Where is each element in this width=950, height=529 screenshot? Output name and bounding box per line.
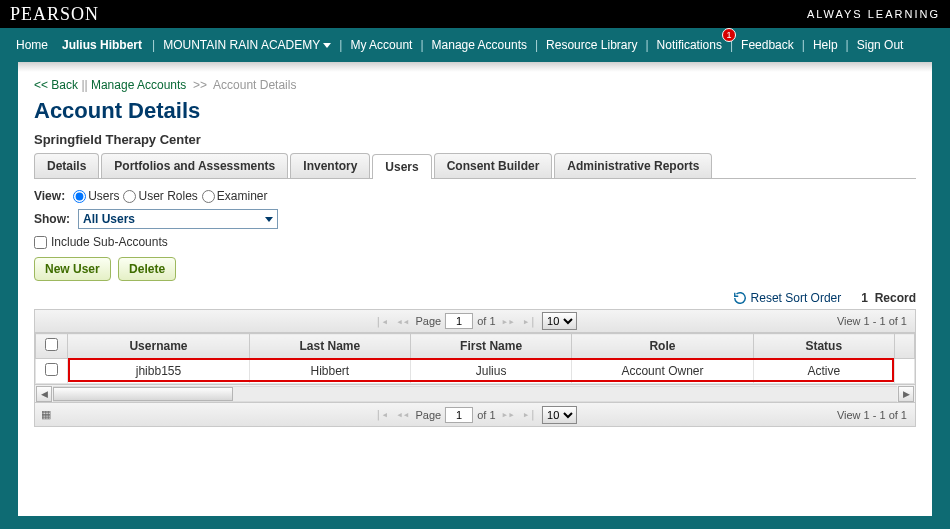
tab-details[interactable]: Details — [34, 153, 99, 178]
delete-button[interactable]: Delete — [118, 257, 176, 281]
nav-divider: | — [643, 38, 650, 52]
grid-options-icon[interactable]: ▦ — [35, 408, 51, 421]
record-count-label: Record — [875, 291, 916, 305]
page-title: Account Details — [34, 98, 916, 124]
row-checkbox[interactable] — [45, 363, 58, 376]
crumb-sep: || — [81, 78, 87, 92]
chevron-down-icon — [323, 43, 331, 48]
nav-sign-out[interactable]: Sign Out — [851, 38, 910, 52]
nav-divider: | — [844, 38, 851, 52]
table-row[interactable]: jhibb155 Hibbert Julius Account Owner Ac… — [36, 359, 915, 384]
pager-page-input[interactable] — [445, 407, 473, 423]
record-count: 1 Record — [861, 291, 916, 305]
view-filter-row: View: Users User Roles Examiner — [34, 189, 916, 203]
cell-first-name: Julius — [410, 359, 571, 384]
nav-divider: | — [150, 38, 157, 52]
col-first-name[interactable]: First Name — [410, 334, 571, 359]
nav-divider: | — [800, 38, 807, 52]
view-radio-examiner[interactable] — [202, 190, 215, 203]
pager-last-icon[interactable]: ▸| — [521, 408, 538, 421]
brand-tagline: ALWAYS LEARNING — [807, 8, 940, 20]
main-panel: << Back || Manage Accounts >> Account De… — [18, 62, 932, 516]
crumb-current: Account Details — [213, 78, 296, 92]
tab-inventory[interactable]: Inventory — [290, 153, 370, 178]
col-last-name[interactable]: Last Name — [249, 334, 410, 359]
refresh-icon — [733, 291, 747, 305]
breadcrumb: << Back || Manage Accounts >> Account De… — [34, 78, 916, 92]
pager-page-label: Page — [415, 315, 441, 327]
nav-my-account[interactable]: My Account — [344, 38, 418, 52]
include-sub-label: Include Sub-Accounts — [51, 235, 168, 249]
pager-of-label: of 1 — [477, 409, 495, 421]
pager-page-input[interactable] — [445, 313, 473, 329]
record-count-number: 1 — [861, 291, 868, 305]
pager-pagesize-select[interactable]: 10 — [542, 406, 577, 424]
nav-current-user: Julius Hibbert — [54, 38, 150, 52]
pager-of-label: of 1 — [477, 315, 495, 327]
top-nav: Home Julius Hibbert | MOUNTAIN RAIN ACAD… — [0, 28, 950, 62]
horizontal-scrollbar[interactable]: ◀ ▶ — [34, 385, 916, 403]
users-grid: |◂ ◂◂ Page of 1 ▸▸ ▸| 10 View 1 - 1 of 1 — [34, 309, 916, 427]
col-status[interactable]: Status — [753, 334, 894, 359]
pager-view-range: View 1 - 1 of 1 — [837, 315, 915, 327]
brand-bar: PEARSON ALWAYS LEARNING — [0, 0, 950, 28]
cell-role: Account Owner — [572, 359, 753, 384]
scroll-thumb[interactable] — [53, 387, 233, 401]
pager-prev-icon[interactable]: ◂◂ — [394, 408, 411, 421]
pager-pagesize-select[interactable]: 10 — [542, 312, 577, 330]
nav-org-label: MOUNTAIN RAIN ACADEMY — [163, 38, 320, 52]
tab-portfolios[interactable]: Portfolios and Assessments — [101, 153, 288, 178]
show-dropdown-value: All Users — [83, 212, 135, 226]
view-label: View: — [34, 189, 65, 203]
tab-consent-builder[interactable]: Consent Builder — [434, 153, 553, 178]
cell-status: Active — [753, 359, 894, 384]
brand-logo: PEARSON — [10, 4, 99, 25]
notification-badge: 1 — [722, 28, 736, 42]
nav-resource-library[interactable]: Resource Library — [540, 38, 643, 52]
pager-first-icon[interactable]: |◂ — [373, 315, 390, 328]
nav-home[interactable]: Home — [10, 38, 54, 52]
scroll-track[interactable] — [53, 386, 897, 402]
pager-next-icon[interactable]: ▸▸ — [500, 315, 517, 328]
select-all-checkbox[interactable] — [45, 338, 58, 351]
grid-meta-row: Reset Sort Order 1 Record — [34, 291, 916, 305]
col-username[interactable]: Username — [68, 334, 249, 359]
view-radio-users[interactable] — [73, 190, 86, 203]
nav-notifications[interactable]: Notifications — [651, 38, 728, 52]
pager-next-icon[interactable]: ▸▸ — [500, 408, 517, 421]
nav-manage-accounts[interactable]: Manage Accounts — [426, 38, 533, 52]
account-name: Springfield Therapy Center — [34, 132, 916, 147]
tab-users[interactable]: Users — [372, 154, 431, 179]
view-option-users: Users — [88, 189, 119, 203]
show-dropdown[interactable]: All Users — [78, 209, 278, 229]
nav-feedback[interactable]: Feedback — [735, 38, 800, 52]
pager-view-range: View 1 - 1 of 1 — [837, 409, 915, 421]
scroll-right-icon[interactable]: ▶ — [898, 386, 914, 402]
show-label: Show: — [34, 212, 70, 226]
crumb-manage-accounts[interactable]: Manage Accounts — [91, 78, 186, 92]
col-role[interactable]: Role — [572, 334, 753, 359]
pager-first-icon[interactable]: |◂ — [373, 408, 390, 421]
include-sub-row: Include Sub-Accounts — [34, 235, 916, 249]
view-radio-user-roles[interactable] — [123, 190, 136, 203]
reset-sort-label: Reset Sort Order — [751, 291, 842, 305]
pager-last-icon[interactable]: ▸| — [521, 315, 538, 328]
reset-sort-order[interactable]: Reset Sort Order — [733, 291, 842, 305]
view-option-examiner: Examiner — [217, 189, 268, 203]
pager-top: |◂ ◂◂ Page of 1 ▸▸ ▸| 10 View 1 - 1 of 1 — [34, 309, 916, 333]
pager-prev-icon[interactable]: ◂◂ — [394, 315, 411, 328]
action-buttons: New User Delete — [34, 257, 916, 281]
show-filter-row: Show: All Users — [34, 209, 916, 229]
view-option-user-roles: User Roles — [138, 189, 197, 203]
nav-divider: | — [337, 38, 344, 52]
crumb-back[interactable]: << Back — [34, 78, 78, 92]
nav-divider: | — [418, 38, 425, 52]
include-sub-checkbox[interactable] — [34, 236, 47, 249]
nav-help[interactable]: Help — [807, 38, 844, 52]
pager-bottom: ▦ |◂ ◂◂ Page of 1 ▸▸ ▸| 10 View 1 - 1 of… — [34, 403, 916, 427]
cell-username: jhibb155 — [68, 359, 249, 384]
scroll-left-icon[interactable]: ◀ — [36, 386, 52, 402]
new-user-button[interactable]: New User — [34, 257, 111, 281]
nav-org-dropdown[interactable]: MOUNTAIN RAIN ACADEMY — [157, 38, 337, 52]
tab-admin-reports[interactable]: Administrative Reports — [554, 153, 712, 178]
